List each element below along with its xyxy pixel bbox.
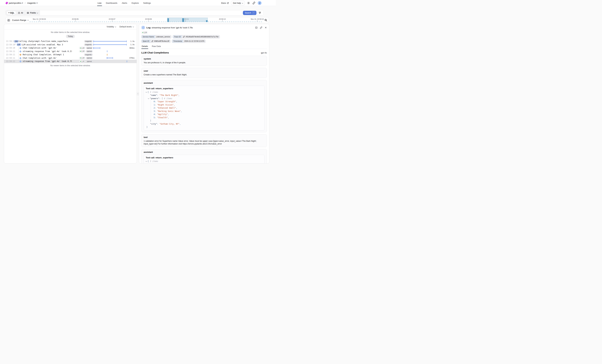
- meta-value: 2024-11-12 22:59:12.876: [183, 40, 205, 43]
- collapse-badge[interactable]: 5: [17, 43, 21, 46]
- detail-tab-raw-data[interactable]: Raw Data: [151, 44, 161, 49]
- log-row[interactable]: 22:59:106Calling chatprompt-function mak…: [4, 40, 137, 43]
- chevron-down-icon: [115, 26, 116, 27]
- zoom-in-button[interactable]: [264, 19, 267, 22]
- filter-button[interactable]: [258, 11, 261, 14]
- breadcrumb-org[interactable]: jackmpcollins: [9, 2, 23, 4]
- project-selector-icon[interactable]: [37, 2, 38, 4]
- get-help-label: Get help: [233, 2, 241, 4]
- visibility-label: Visibility: [107, 26, 114, 28]
- message-text: 1 validation error for Superhero name Va…: [144, 140, 265, 145]
- log-row[interactable]: 22:59:105LLM-assisted retries enabled. M…: [4, 43, 137, 46]
- tag-llm: LLM: [79, 47, 85, 49]
- log-tags: magentic: [72, 43, 93, 46]
- meta-value-text: unknown_service: [156, 36, 170, 38]
- tag-magentic: magentic: [84, 53, 93, 56]
- duration-bar-cap: [93, 44, 94, 45]
- tag-label: openai: [87, 47, 92, 49]
- json-punctuation: {: [148, 160, 150, 162]
- share-link-button[interactable]: [252, 1, 256, 5]
- project-name: magentic: [27, 2, 36, 4]
- top-nav: jackmpcollins / magentic LiveDashboardsA…: [0, 0, 276, 6]
- get-help-button[interactable]: Get help: [231, 1, 245, 5]
- link-icon: [260, 26, 262, 29]
- duration-bar-track: [93, 60, 129, 63]
- split-view-icon: [255, 26, 258, 29]
- llm-tag: LLM: [141, 31, 148, 34]
- nav-tab-live[interactable]: Live: [98, 0, 102, 6]
- collapse-sidebar-button[interactable]: [7, 18, 11, 22]
- timeline-plot[interactable]: Nov 12, 22:59:0322:59:0522:59:0722:59:09…: [30, 17, 263, 23]
- copy-link-button[interactable]: [260, 26, 262, 29]
- tree-connector: [15, 44, 17, 45]
- log-tags: LLMopenai: [72, 50, 93, 52]
- docs-link[interactable]: Docs: [221, 2, 229, 4]
- theme-toggle-button[interactable]: [247, 1, 250, 5]
- enter-key-icon: ↵: [252, 11, 255, 14]
- docs-label: Docs: [221, 2, 226, 4]
- log-row[interactable]: 22:59:11Retrying Chat Completion. Attemp…: [4, 53, 137, 56]
- section-title: LLM Chat Completions: [141, 51, 169, 54]
- log-tags: magentic: [72, 53, 93, 56]
- log-time: 22:59:10: [4, 40, 12, 42]
- nav-tab-alerts[interactable]: Alerts: [122, 0, 127, 6]
- log-row[interactable]: 22:59:10Chat Completion with 'gpt-4o'LLM…: [4, 46, 137, 50]
- visibility-dropdown[interactable]: Visibility: [107, 26, 116, 28]
- message-card-assistant: assistantTool call: return_superhero{ 3 …: [141, 80, 267, 132]
- ai-button[interactable]: AI: [16, 11, 25, 14]
- timeline-baseline: [30, 21, 263, 22]
- meta-chip-span-id[interactable]: Span ID#fd81e8f78c4ecc9f: [141, 40, 171, 43]
- sql-button[interactable]: * SQL: [7, 11, 16, 15]
- tag-llm: LLM: [79, 60, 85, 62]
- tag-openai: openai: [86, 57, 93, 59]
- breadcrumb-project[interactable]: magentic: [27, 2, 38, 4]
- json-line: 3: "Barking Sonic Wave",: [146, 110, 262, 113]
- timeline-tick-mark: [222, 20, 223, 22]
- today-button[interactable]: Today: [66, 35, 75, 38]
- search-input[interactable]: [40, 10, 243, 15]
- nav-tab-explore[interactable]: Explore: [131, 0, 139, 6]
- log-message-cell: Retrying Chat Completion. Attempt 1: [12, 53, 72, 56]
- log-row[interactable]: 22:59:11Chat Completion with 'gpt-4o'LLM…: [4, 56, 137, 60]
- panel-resize-handle[interactable]: [137, 92, 139, 95]
- tree-connector: [15, 42, 15, 45]
- duration-bar: [107, 58, 113, 58]
- log-row[interactable]: 22:59:11streaming response from 'gpt-4o'…: [4, 50, 137, 53]
- log-row[interactable]: 22:59:12streaming response from 'gpt-4o'…: [4, 60, 137, 63]
- time-range-selector[interactable]: Custom Range: [12, 17, 28, 23]
- log-duration: 1.9s: [129, 43, 137, 46]
- table-grid-icon: [27, 12, 29, 14]
- detail-title: Log: streaming response from 'gpt-4o' to…: [146, 26, 193, 29]
- collapse-chevron-icon[interactable]: [146, 91, 147, 93]
- close-button[interactable]: [265, 26, 267, 29]
- collapse-chevron-icon[interactable]: [148, 97, 149, 99]
- org-name: jackmpcollins: [9, 2, 22, 4]
- json-punctuation: }: [146, 126, 148, 128]
- fields-button[interactable]: Fields: [25, 10, 40, 15]
- log-message-cell: Chat Completion with 'gpt-4o': [12, 46, 72, 50]
- org-selector-icon[interactable]: [22, 2, 23, 4]
- collapse-badge[interactable]: 6: [14, 40, 18, 42]
- detail-tab-details[interactable]: Details: [141, 44, 148, 49]
- avatar[interactable]: J: [258, 1, 261, 5]
- json-line: { 3 items: [146, 160, 262, 163]
- split-view-button[interactable]: [255, 26, 258, 29]
- json-tree: { 3 items"name": "THE BARK NIGHT","power…: [146, 160, 262, 164]
- green-dot-icon: [142, 32, 143, 33]
- timeline-selection[interactable]: [167, 18, 208, 22]
- panel-collapse-icon: [8, 19, 10, 21]
- timeline-tick-mark: [39, 20, 40, 22]
- levels-dropdown[interactable]: Default levels: [119, 26, 134, 28]
- tag-label: magentic: [85, 44, 92, 45]
- logo-diamond-icon: [5, 1, 8, 4]
- nav-tab-settings[interactable]: Settings: [143, 0, 151, 6]
- meta-chip-trace-id[interactable]: Trace ID#9146a6974e4e6140538043607a71c75…: [173, 35, 220, 39]
- collapse-chevron-icon[interactable]: [146, 160, 147, 162]
- nav-tab-dashboards[interactable]: Dashboards: [106, 0, 117, 6]
- json-line: "powers": [ 6 items: [146, 97, 262, 100]
- span-diamond-icon: [20, 47, 22, 49]
- tool-call-card: Tool call: return_superhero{ 3 items"nam…: [144, 155, 265, 164]
- duration-bar-cap: [113, 57, 113, 59]
- search-button[interactable]: Search ↵: [243, 11, 257, 15]
- search-bar-right: Search ↵: [243, 10, 263, 15]
